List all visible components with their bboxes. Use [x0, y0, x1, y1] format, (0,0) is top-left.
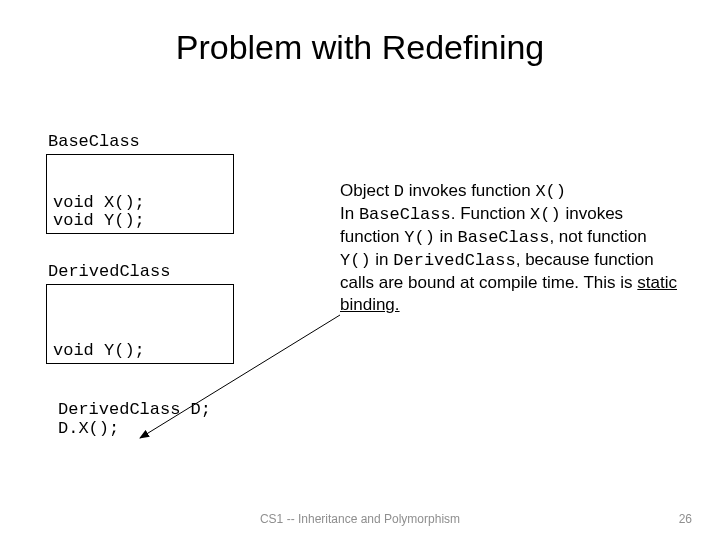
t: invokes function: [404, 181, 535, 200]
t: BaseClass: [458, 228, 550, 247]
slide-title: Problem with Redefining: [0, 28, 720, 67]
t: BaseClass: [359, 205, 451, 224]
t: In: [340, 204, 359, 223]
t: Y(): [340, 251, 371, 270]
t: . Function: [451, 204, 530, 223]
base-method-x: void X();: [53, 193, 145, 212]
explanation-text: Object D invokes function X() In BaseCla…: [340, 180, 680, 317]
footer-text: CS1 -- Inheritance and Polymorphism: [0, 512, 720, 526]
derived-class-box: void Y();: [46, 284, 234, 364]
t: DerivedClass: [393, 251, 515, 270]
base-class-box: void X(); void Y();: [46, 154, 234, 234]
t: Y(): [404, 228, 435, 247]
t: D: [394, 182, 404, 201]
t: X(): [535, 182, 566, 201]
declaration-block: DerivedClass D; D.X();: [58, 400, 211, 438]
base-method-y: void Y();: [53, 211, 145, 230]
t: in: [435, 227, 458, 246]
derived-method-y: void Y();: [53, 341, 145, 360]
t: in: [371, 250, 394, 269]
derived-class-label: DerivedClass: [48, 262, 170, 281]
t: X(): [530, 205, 561, 224]
base-class-label: BaseClass: [48, 132, 140, 151]
declaration-line1: DerivedClass D;: [58, 400, 211, 419]
page-number: 26: [679, 512, 692, 526]
declaration-line2: D.X();: [58, 419, 211, 438]
slide: Problem with Redefining BaseClass void X…: [0, 0, 720, 540]
t: , not function: [549, 227, 646, 246]
t: Object: [340, 181, 394, 200]
